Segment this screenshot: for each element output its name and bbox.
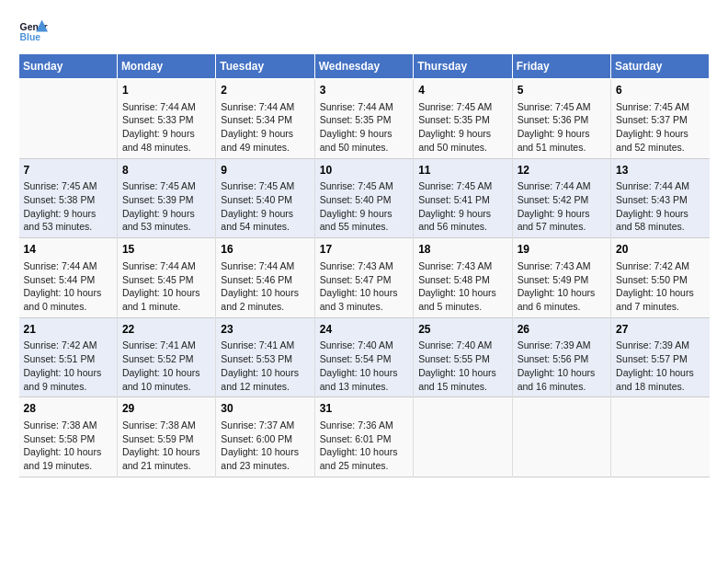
cell-info-line: Sunrise: 7:39 AM	[518, 339, 606, 352]
day-number: 8	[122, 163, 210, 178]
day-number: 9	[221, 163, 309, 178]
cell-info-line: and 56 minutes.	[418, 220, 506, 234]
cell-info-line: Sunrise: 7:36 AM	[320, 419, 408, 432]
cell-info-line: Daylight: 9 hours	[616, 127, 704, 141]
week-row: 21Sunrise: 7:42 AMSunset: 5:51 PMDayligh…	[19, 317, 710, 397]
cell-info-line: Daylight: 10 hours	[122, 445, 210, 459]
cell-info-line: and 2 minutes.	[221, 300, 309, 314]
calendar-cell: 15Sunrise: 7:44 AMSunset: 5:45 PMDayligh…	[117, 238, 215, 318]
cell-info-line: Daylight: 10 hours	[320, 286, 408, 300]
calendar-cell: 3Sunrise: 7:44 AMSunset: 5:35 PMDaylight…	[314, 79, 413, 159]
cell-info-line: Daylight: 10 hours	[616, 286, 704, 300]
calendar-cell	[414, 397, 512, 477]
day-number: 7	[24, 163, 112, 178]
day-number: 30	[221, 401, 309, 417]
cell-info-line: Sunrise: 7:44 AM	[122, 100, 210, 114]
cell-info-line: Daylight: 9 hours	[122, 207, 210, 221]
cell-info-line: Sunrise: 7:42 AM	[24, 339, 112, 352]
cell-info-line: and 5 minutes.	[418, 300, 506, 314]
cell-info-line: and 51 minutes.	[518, 141, 606, 155]
cell-info-line: Sunset: 5:46 PM	[221, 273, 309, 287]
cell-info-line: Sunset: 5:51 PM	[24, 352, 112, 366]
cell-info-line: Sunset: 5:44 PM	[24, 273, 112, 287]
day-number: 13	[616, 163, 704, 178]
cell-info-line: Daylight: 10 hours	[221, 286, 309, 300]
calendar-cell: 9Sunrise: 7:45 AMSunset: 5:40 PMDaylight…	[216, 158, 314, 238]
cell-info-line: Daylight: 10 hours	[122, 286, 210, 300]
cell-info-line: and 10 minutes.	[122, 380, 210, 394]
cell-info-line: and 58 minutes.	[616, 220, 704, 234]
cell-info-line: Sunrise: 7:44 AM	[24, 259, 112, 273]
cell-info-line: Sunset: 5:40 PM	[221, 193, 309, 207]
cell-info-line: and 54 minutes.	[221, 220, 309, 234]
cell-info-line: Daylight: 10 hours	[24, 286, 112, 300]
day-number: 18	[418, 242, 506, 258]
cell-info-line: and 55 minutes.	[320, 220, 408, 234]
cell-info-line: and 53 minutes.	[122, 220, 210, 234]
logo: General Blue	[18, 18, 48, 44]
cell-info-line: Sunrise: 7:44 AM	[221, 259, 309, 273]
header-row: SundayMondayTuesdayWednesdayThursdayFrid…	[19, 54, 710, 79]
cell-info-line: Sunset: 6:01 PM	[320, 432, 408, 446]
cell-info-line: Sunset: 5:39 PM	[122, 193, 210, 207]
cell-info-line: Daylight: 10 hours	[24, 366, 112, 380]
cell-info-line: and 15 minutes.	[418, 380, 506, 394]
cell-info-line: Daylight: 10 hours	[320, 366, 408, 380]
cell-info-line: Sunset: 5:35 PM	[320, 113, 408, 127]
cell-info-line: Sunset: 5:37 PM	[616, 113, 704, 127]
cell-info-line: and 16 minutes.	[518, 380, 606, 394]
cell-info-line: Daylight: 10 hours	[418, 366, 506, 380]
calendar-cell: 1Sunrise: 7:44 AMSunset: 5:33 PMDaylight…	[117, 79, 215, 159]
day-number: 15	[122, 242, 210, 258]
cell-info-line: Sunset: 5:52 PM	[122, 352, 210, 366]
calendar-cell: 7Sunrise: 7:45 AMSunset: 5:38 PMDaylight…	[19, 158, 118, 238]
cell-info-line: Sunrise: 7:45 AM	[122, 179, 210, 193]
cell-info-line: Sunrise: 7:40 AM	[320, 339, 408, 352]
calendar-cell: 25Sunrise: 7:40 AMSunset: 5:55 PMDayligh…	[414, 317, 512, 397]
column-header-monday: Monday	[117, 54, 215, 79]
cell-info-line: and 0 minutes.	[24, 300, 112, 314]
cell-info-line: Sunrise: 7:38 AM	[24, 419, 112, 432]
cell-info-line: and 6 minutes.	[518, 300, 606, 314]
calendar-cell: 19Sunrise: 7:43 AMSunset: 5:49 PMDayligh…	[512, 238, 610, 318]
cell-info-line: and 7 minutes.	[616, 300, 704, 314]
calendar-cell: 28Sunrise: 7:38 AMSunset: 5:58 PMDayligh…	[19, 397, 118, 477]
cell-info-line: Sunset: 5:38 PM	[24, 193, 112, 207]
day-number: 4	[418, 83, 506, 98]
cell-info-line: Sunrise: 7:37 AM	[221, 419, 309, 432]
cell-info-line: Sunset: 5:35 PM	[418, 113, 506, 127]
cell-info-line: Sunrise: 7:43 AM	[518, 259, 606, 273]
cell-info-line: Sunrise: 7:45 AM	[616, 100, 704, 114]
cell-info-line: Sunset: 5:53 PM	[221, 352, 309, 366]
calendar-cell	[611, 397, 710, 477]
cell-info-line: Daylight: 9 hours	[518, 207, 606, 221]
calendar-cell: 5Sunrise: 7:45 AMSunset: 5:36 PMDaylight…	[512, 79, 610, 159]
calendar-cell: 18Sunrise: 7:43 AMSunset: 5:48 PMDayligh…	[414, 238, 512, 318]
day-number: 16	[221, 242, 309, 258]
cell-info-line: Sunset: 5:54 PM	[320, 352, 408, 366]
week-row: 1Sunrise: 7:44 AMSunset: 5:33 PMDaylight…	[19, 79, 710, 159]
day-number: 29	[122, 401, 210, 417]
cell-info-line: Sunset: 5:40 PM	[320, 193, 408, 207]
cell-info-line: Sunrise: 7:45 AM	[24, 179, 112, 193]
cell-info-line: and 50 minutes.	[418, 141, 506, 155]
calendar-cell	[512, 397, 610, 477]
cell-info-line: Sunrise: 7:43 AM	[418, 259, 506, 273]
column-header-wednesday: Wednesday	[314, 54, 413, 79]
calendar-cell: 31Sunrise: 7:36 AMSunset: 6:01 PMDayligh…	[314, 397, 413, 477]
calendar-cell: 26Sunrise: 7:39 AMSunset: 5:56 PMDayligh…	[512, 317, 610, 397]
day-number: 6	[616, 83, 704, 98]
cell-info-line: and 50 minutes.	[320, 141, 408, 155]
calendar-cell: 4Sunrise: 7:45 AMSunset: 5:35 PMDaylight…	[414, 79, 512, 159]
calendar-cell	[19, 79, 118, 159]
cell-info-line: Sunrise: 7:44 AM	[221, 100, 309, 114]
cell-info-line: and 52 minutes.	[616, 141, 704, 155]
cell-info-line: Sunrise: 7:41 AM	[122, 339, 210, 352]
cell-info-line: Daylight: 10 hours	[24, 445, 112, 459]
day-number: 10	[320, 163, 408, 178]
day-number: 23	[221, 322, 309, 338]
day-number: 26	[518, 322, 606, 338]
calendar-cell: 16Sunrise: 7:44 AMSunset: 5:46 PMDayligh…	[216, 238, 314, 318]
cell-info-line: Daylight: 9 hours	[320, 207, 408, 221]
cell-info-line: Daylight: 9 hours	[418, 127, 506, 141]
